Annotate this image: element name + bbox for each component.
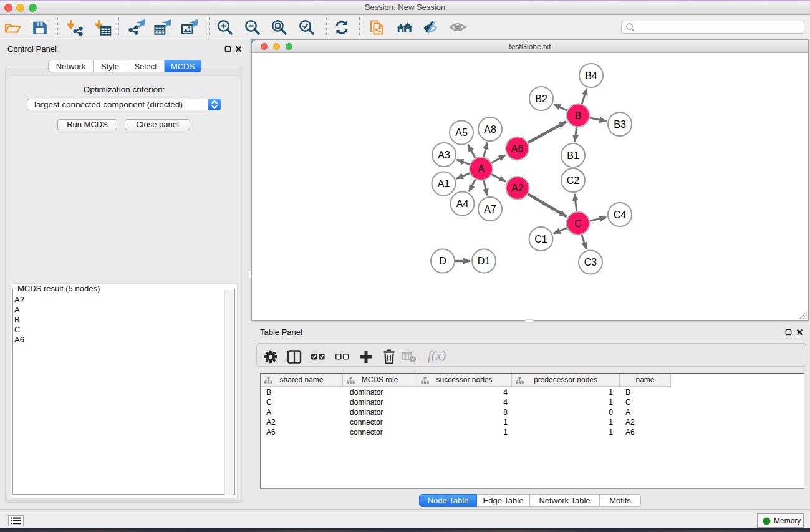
svg-text:C: C	[574, 218, 582, 229]
svg-text:C1: C1	[534, 234, 547, 244]
svg-text:C3: C3	[584, 257, 597, 268]
svg-text:A7: A7	[484, 204, 496, 215]
svg-text:A3: A3	[438, 150, 450, 160]
svg-text:A: A	[478, 163, 485, 174]
svg-text:A5: A5	[455, 127, 468, 138]
svg-text:A8: A8	[484, 124, 496, 135]
svg-text:B: B	[575, 110, 582, 121]
svg-text:D1: D1	[478, 256, 491, 266]
svg-text:C4: C4	[614, 210, 627, 220]
svg-text:A6: A6	[511, 143, 524, 154]
svg-text:B2: B2	[535, 94, 547, 104]
svg-text:D: D	[439, 256, 446, 266]
svg-text:A2: A2	[511, 183, 524, 193]
svg-text:B3: B3	[614, 119, 626, 130]
svg-text:A4: A4	[456, 198, 469, 209]
svg-text:C2: C2	[567, 175, 580, 186]
svg-text:B4: B4	[585, 70, 597, 81]
svg-text:B1: B1	[567, 150, 579, 161]
svg-text:A1: A1	[438, 178, 450, 189]
